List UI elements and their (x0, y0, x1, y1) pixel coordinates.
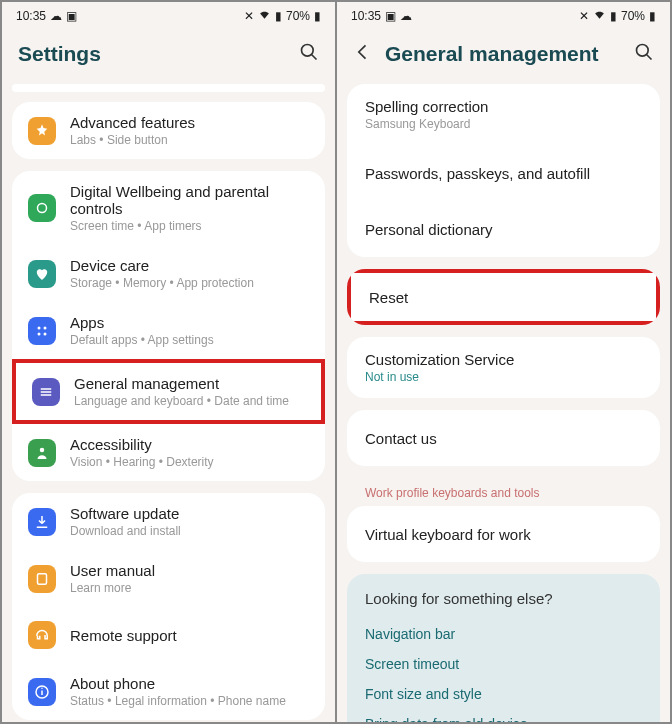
item-subtitle: Status • Legal information • Phone name (70, 694, 309, 708)
signal-icon: ▮ (610, 9, 617, 23)
settings-item-apps[interactable]: AppsDefault apps • App settings (12, 302, 325, 359)
item-title: Spelling correction (365, 98, 642, 115)
item-subtitle: Language and keyboard • Date and time (74, 394, 305, 408)
svg-line-16 (647, 55, 652, 60)
item-virtual-keyboard[interactable]: Virtual keyboard for work (347, 506, 660, 562)
svg-point-5 (38, 332, 41, 335)
item-title: About phone (70, 675, 309, 692)
svg-point-15 (637, 45, 649, 57)
svg-point-0 (302, 45, 314, 57)
item-passwords-passkeys-and-autofill[interactable]: Passwords, passkeys, and autofill (347, 145, 660, 201)
heart-icon (28, 260, 56, 288)
wifi-icon (593, 8, 606, 24)
header: Settings (2, 30, 335, 84)
settings-item-device-care[interactable]: Device careStorage • Memory • App protec… (12, 245, 325, 302)
cloud-icon: ☁ (400, 9, 412, 23)
settings-item-digital-wellbeing-and-parental-controls[interactable]: Digital Wellbeing and parental controlsS… (12, 171, 325, 245)
dots-icon (28, 317, 56, 345)
item-title: Advanced features (70, 114, 309, 131)
item-personal-dictionary[interactable]: Personal dictionary (347, 201, 660, 257)
item-title: User manual (70, 562, 309, 579)
item-title: Customization Service (365, 351, 642, 368)
item-subtitle: Learn more (70, 581, 309, 595)
lookfor-link[interactable]: Bring data from old device (365, 709, 642, 722)
svg-rect-7 (41, 388, 52, 390)
item-title: Contact us (365, 430, 642, 447)
settings-item-software-update[interactable]: Software updateDownload and install (12, 493, 325, 550)
header: General management (337, 30, 670, 84)
item-title: Passwords, passkeys, and autofill (365, 165, 642, 182)
item-title: Device care (70, 257, 309, 274)
item-subtitle: Default apps • App settings (70, 333, 309, 347)
clock: 10:35 (16, 9, 46, 23)
item-title: Personal dictionary (365, 221, 642, 238)
status-bar: 10:35 ▣ ☁ ✕ ▮ 70% ▮ (337, 2, 670, 30)
clock: 10:35 (351, 9, 381, 23)
status-bar: 10:35 ☁ ▣ ✕ ▮ 70% ▮ (2, 2, 335, 30)
item-reset[interactable]: Reset (347, 269, 660, 325)
item-title: Virtual keyboard for work (365, 526, 642, 543)
page-title: General management (385, 42, 634, 66)
circle-icon (28, 194, 56, 222)
battery-label: 70% (286, 9, 310, 23)
battery-icon: ▮ (314, 9, 321, 23)
item-customization-service[interactable]: Customization Service Not in use (347, 337, 660, 398)
item-subtitle: Download and install (70, 524, 309, 538)
svg-point-3 (38, 326, 41, 329)
item-subtitle: Not in use (365, 370, 642, 384)
svg-point-14 (41, 687, 43, 689)
looking-for-card: Looking for something else? Navigation b… (347, 574, 660, 722)
search-icon[interactable] (634, 42, 654, 66)
battery-label: 70% (621, 9, 645, 23)
item-subtitle: Screen time • App timers (70, 219, 309, 233)
svg-point-10 (40, 447, 45, 452)
item-title: Reset (369, 289, 638, 306)
wifi-icon (258, 8, 271, 24)
cloud-icon: ☁ (50, 9, 62, 23)
item-contact-us[interactable]: Contact us (347, 410, 660, 466)
battery-icon: ▮ (649, 9, 656, 23)
card-peek (12, 84, 325, 92)
settings-item-general-management[interactable]: General managementLanguage and keyboard … (12, 359, 325, 424)
svg-rect-11 (38, 573, 47, 584)
back-button[interactable] (353, 42, 373, 66)
looking-for-title: Looking for something else? (365, 590, 642, 607)
image-icon: ▣ (66, 9, 77, 23)
settings-item-user-manual[interactable]: User manualLearn more (12, 550, 325, 607)
search-icon[interactable] (299, 42, 319, 66)
item-title: General management (74, 375, 305, 392)
settings-item-accessibility[interactable]: AccessibilityVision • Hearing • Dexterit… (12, 424, 325, 481)
svg-point-2 (38, 204, 47, 213)
person-icon (28, 439, 56, 467)
item-title: Software update (70, 505, 309, 522)
headset-icon (28, 621, 56, 649)
lookfor-link[interactable]: Font size and style (365, 679, 642, 709)
svg-line-1 (312, 55, 317, 60)
star-icon (28, 117, 56, 145)
settings-list: Advanced featuresLabs • Side button Digi… (2, 84, 335, 722)
item-subtitle: Samsung Keyboard (365, 117, 642, 131)
svg-rect-8 (41, 391, 52, 393)
item-subtitle: Storage • Memory • App protection (70, 276, 309, 290)
item-subtitle: Vision • Hearing • Dexterity (70, 455, 309, 469)
mute-icon: ✕ (579, 9, 589, 23)
item-title: Remote support (70, 627, 309, 644)
page-title: Settings (18, 42, 299, 66)
mute-icon: ✕ (244, 9, 254, 23)
settings-item-advanced-features[interactable]: Advanced featuresLabs • Side button (12, 102, 325, 159)
svg-point-4 (44, 326, 47, 329)
lookfor-link[interactable]: Navigation bar (365, 619, 642, 649)
item-title: Digital Wellbeing and parental controls (70, 183, 309, 217)
download-icon (28, 508, 56, 536)
item-spelling-correction[interactable]: Spelling correctionSamsung Keyboard (347, 84, 660, 145)
settings-item-remote-support[interactable]: Remote support (12, 607, 325, 663)
menu-icon (32, 378, 60, 406)
settings-item-about-phone[interactable]: About phoneStatus • Legal information • … (12, 663, 325, 720)
section-label: Work profile keyboards and tools (347, 478, 660, 506)
item-title: Apps (70, 314, 309, 331)
svg-rect-9 (41, 394, 52, 396)
signal-icon: ▮ (275, 9, 282, 23)
svg-point-6 (44, 332, 47, 335)
image-icon: ▣ (385, 9, 396, 23)
lookfor-link[interactable]: Screen timeout (365, 649, 642, 679)
